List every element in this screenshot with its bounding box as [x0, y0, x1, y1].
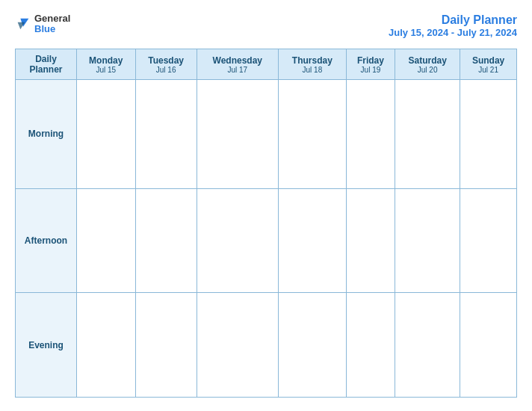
table-header-row: Daily Planner Monday Jul 15 Tuesday Jul …: [16, 49, 517, 80]
logo-area: General Blue: [15, 13, 70, 35]
row-label-evening: Evening: [16, 293, 77, 398]
header-tuesday: Tuesday Jul 16: [135, 49, 197, 80]
planner-table: Daily Planner Monday Jul 15 Tuesday Jul …: [15, 49, 517, 398]
header-label-line1: Daily: [19, 54, 73, 64]
cell-evening-friday[interactable]: [346, 293, 395, 398]
cell-afternoon-sunday[interactable]: [460, 188, 517, 293]
cell-morning-saturday[interactable]: [395, 80, 460, 189]
header-wednesday: Wednesday Jul 17: [197, 49, 278, 80]
table-row-evening: Evening: [16, 293, 517, 398]
header-daily-planner: Daily Planner: [16, 49, 77, 80]
cell-morning-wednesday[interactable]: [197, 80, 278, 189]
title-area: Daily Planner July 15, 2024 - July 21, 2…: [389, 13, 517, 38]
logo-general: General: [34, 13, 70, 24]
svg-marker-1: [18, 22, 25, 30]
cell-afternoon-monday[interactable]: [77, 188, 136, 293]
cell-evening-thursday[interactable]: [278, 293, 346, 398]
cell-evening-monday[interactable]: [77, 293, 136, 398]
logo-text: General Blue: [34, 13, 70, 35]
cell-evening-wednesday[interactable]: [197, 293, 278, 398]
cell-morning-sunday[interactable]: [460, 80, 517, 189]
date-range: July 15, 2024 - July 21, 2024: [389, 27, 517, 38]
header-friday: Friday Jul 19: [346, 49, 395, 80]
cell-morning-monday[interactable]: [77, 80, 136, 189]
cell-afternoon-wednesday[interactable]: [197, 188, 278, 293]
header-thursday: Thursday Jul 18: [278, 49, 346, 80]
cell-afternoon-tuesday[interactable]: [135, 188, 197, 293]
cell-evening-sunday[interactable]: [460, 293, 517, 398]
header-monday: Monday Jul 15: [77, 49, 136, 80]
logo-blue: Blue: [34, 24, 70, 34]
header-label-line2: Planner: [19, 64, 73, 75]
table-row-afternoon: Afternoon: [16, 188, 517, 293]
page-title: Daily Planner: [389, 13, 517, 27]
header-saturday: Saturday Jul 20: [395, 49, 460, 80]
table-row-morning: Morning: [16, 80, 517, 189]
cell-morning-tuesday[interactable]: [135, 80, 197, 189]
logo-icon: [15, 16, 31, 32]
row-label-morning: Morning: [16, 80, 77, 189]
cell-afternoon-friday[interactable]: [346, 188, 395, 293]
cell-afternoon-saturday[interactable]: [395, 188, 460, 293]
header-sunday: Sunday Jul 21: [460, 49, 517, 80]
cell-afternoon-thursday[interactable]: [278, 188, 346, 293]
cell-evening-tuesday[interactable]: [135, 293, 197, 398]
header: General Blue Daily Planner July 15, 2024…: [15, 13, 517, 38]
cell-morning-thursday[interactable]: [278, 80, 346, 189]
cell-morning-friday[interactable]: [346, 80, 395, 189]
page: General Blue Daily Planner July 15, 2024…: [0, 0, 532, 411]
cell-evening-saturday[interactable]: [395, 293, 460, 398]
row-label-afternoon: Afternoon: [16, 188, 77, 293]
